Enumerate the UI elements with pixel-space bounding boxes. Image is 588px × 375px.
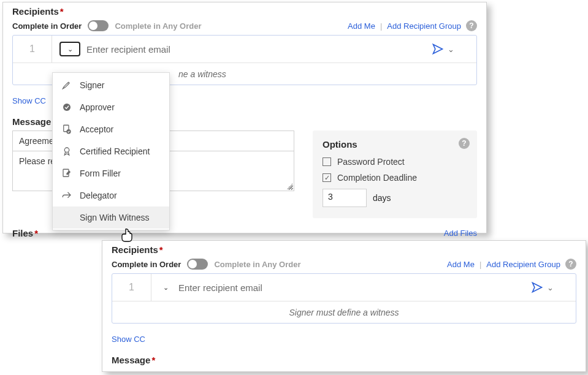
- role-option-label: Signer: [80, 80, 104, 90]
- panel-after: Recipients* Complete in Order Complete i…: [102, 240, 586, 372]
- files-heading: Files*: [12, 228, 38, 238]
- add-recipient-group-link[interactable]: Add Recipient Group: [486, 260, 560, 269]
- recipient-actions: ⌄: [432, 43, 476, 55]
- days-row: 3 days: [323, 189, 467, 207]
- panel-before: Recipients* Complete in Order Complete i…: [2, 2, 487, 233]
- complete-in-order-label: Complete in Order: [12, 21, 82, 31]
- password-label: Password Protect: [337, 157, 405, 167]
- order-toggle[interactable]: [88, 20, 109, 31]
- check-circle-icon: [61, 102, 72, 113]
- order-row: Complete in Order Complete in Any Order …: [112, 259, 576, 270]
- message-heading-text: Message: [12, 116, 51, 127]
- complete-any-order-label: Complete in Any Order: [115, 21, 201, 31]
- option-deadline-row: Completion Deadline: [323, 173, 467, 183]
- recipient-number: 1: [112, 274, 151, 301]
- svg-point-0: [63, 104, 71, 111]
- message-heading: Message*: [112, 355, 576, 365]
- help-icon[interactable]: ?: [459, 138, 470, 149]
- order-left: Complete in Order Complete in Any Order: [12, 20, 202, 31]
- complete-in-order-label: Complete in Order: [112, 260, 181, 269]
- files-heading-text: Files: [12, 228, 33, 238]
- option-password-row: Password Protect: [323, 157, 467, 167]
- role-option-delegator[interactable]: Delegator: [53, 184, 169, 206]
- chevron-down-icon: ⌄: [67, 45, 73, 53]
- recipient-row: 1 ⌄ Enter recipient email ⌄: [112, 274, 576, 301]
- toggle-knob: [89, 21, 97, 30]
- days-input[interactable]: 3: [323, 189, 367, 207]
- separator: |: [479, 260, 481, 269]
- add-files-link[interactable]: Add Files: [444, 229, 477, 238]
- role-option-approver[interactable]: Approver: [53, 96, 169, 118]
- chevron-down-icon[interactable]: ⌄: [547, 283, 554, 292]
- options-card: ? Options Password Protect Completion De…: [313, 131, 477, 218]
- help-icon[interactable]: ?: [565, 259, 576, 270]
- days-label: days: [373, 193, 391, 203]
- recipient-email-input[interactable]: Enter recipient email: [86, 44, 432, 55]
- role-dropdown: Signer Approver Acceptor Certified Recip…: [52, 72, 170, 230]
- doc-check-icon: [61, 124, 72, 135]
- order-left: Complete in Order Complete in Any Order: [112, 259, 301, 270]
- role-picker[interactable]: ⌄: [159, 280, 172, 295]
- show-cc-link[interactable]: Show CC: [112, 335, 576, 344]
- message-heading-text: Message: [112, 355, 150, 365]
- doc-edit-icon: [61, 168, 72, 179]
- ribbon-icon: [61, 146, 72, 157]
- pen-icon: [61, 80, 72, 91]
- forward-icon: [61, 190, 72, 201]
- recipient-email-input[interactable]: Enter recipient email: [178, 282, 531, 293]
- role-option-label: Acceptor: [80, 124, 113, 134]
- order-right: Add Me | Add Recipient Group ?: [447, 259, 576, 270]
- recipients-heading: Recipients*: [12, 6, 477, 17]
- add-me-link[interactable]: Add Me: [447, 260, 475, 269]
- required-asterisk: *: [34, 228, 38, 238]
- blank-icon: [61, 212, 72, 223]
- help-icon[interactable]: ?: [466, 20, 477, 31]
- options-heading: Options: [323, 139, 467, 150]
- required-asterisk: *: [60, 6, 64, 17]
- recipient-number: 1: [13, 36, 52, 63]
- order-right: Add Me | Add Recipient Group ?: [348, 20, 477, 31]
- chevron-down-icon[interactable]: ⌄: [448, 45, 454, 54]
- toggle-knob: [188, 260, 197, 268]
- role-option-label: Certified Recipient: [80, 146, 150, 156]
- required-asterisk: *: [159, 244, 163, 255]
- separator: |: [380, 21, 382, 31]
- required-asterisk: *: [151, 355, 155, 365]
- role-option-signer[interactable]: Signer: [53, 74, 169, 96]
- recipients-heading-text: Recipients: [112, 244, 158, 255]
- role-option-sign-with-witness[interactable]: Sign With Witness: [53, 206, 169, 229]
- recipient-row: 1 ⌄ Enter recipient email ⌄: [13, 36, 476, 63]
- send-icon[interactable]: [432, 43, 444, 55]
- order-row: Complete in Order Complete in Any Order …: [12, 20, 477, 31]
- witness-hint-text: ne a witness: [178, 69, 226, 79]
- add-recipient-group-link[interactable]: Add Recipient Group: [387, 21, 461, 31]
- recipients-heading-text: Recipients: [12, 6, 59, 17]
- deadline-checkbox[interactable]: [323, 173, 331, 182]
- role-option-label: Sign With Witness: [80, 213, 150, 222]
- role-option-label: Form Filler: [80, 169, 121, 178]
- role-option-certified[interactable]: Certified Recipient: [53, 140, 169, 162]
- role-option-formfiller[interactable]: Form Filler: [53, 162, 169, 184]
- recipient-box: 1 ⌄ Enter recipient email ⌄ Signer must …: [112, 273, 576, 324]
- svg-point-3: [64, 148, 69, 153]
- role-option-acceptor[interactable]: Acceptor: [53, 118, 169, 140]
- add-me-link[interactable]: Add Me: [348, 21, 375, 31]
- recipients-heading: Recipients*: [112, 244, 576, 255]
- witness-hint-text: Signer must define a witness: [289, 308, 399, 317]
- password-checkbox[interactable]: [323, 157, 331, 166]
- order-toggle[interactable]: [187, 259, 208, 270]
- chevron-down-icon: ⌄: [163, 284, 169, 292]
- deadline-label: Completion Deadline: [337, 173, 417, 183]
- role-picker[interactable]: ⌄: [59, 42, 80, 56]
- complete-any-order-label: Complete in Any Order: [214, 260, 300, 269]
- send-icon[interactable]: [531, 281, 543, 294]
- role-option-label: Approver: [80, 102, 115, 112]
- role-option-label: Delegator: [80, 191, 117, 200]
- witness-hint-row: Signer must define a witness: [112, 301, 576, 323]
- recipient-actions: ⌄: [531, 281, 576, 294]
